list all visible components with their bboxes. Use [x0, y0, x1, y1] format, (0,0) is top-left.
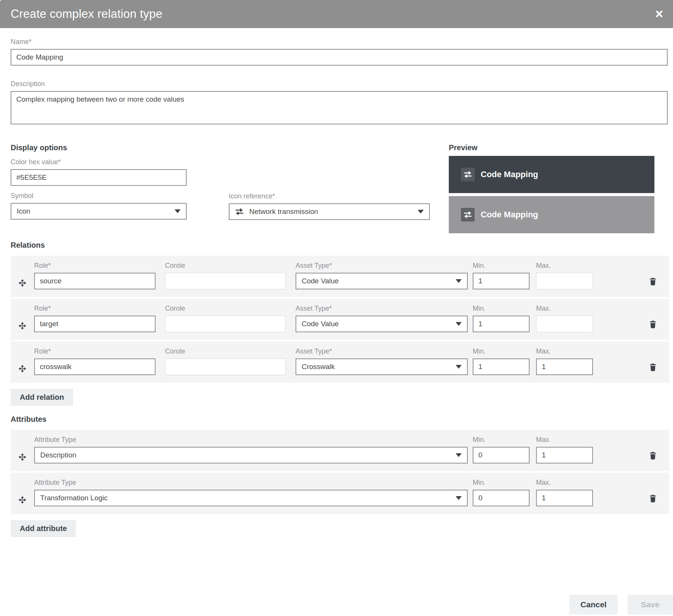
- display-options-heading: Display options: [11, 143, 449, 152]
- relation-row: Role* Corole Asset Type* Code Value Min.…: [11, 299, 669, 340]
- max-input[interactable]: [536, 490, 593, 506]
- trash-icon[interactable]: [649, 347, 657, 372]
- relations-heading: Relations: [11, 241, 668, 250]
- icon-reference-select-value: Network transmission: [249, 207, 318, 216]
- caret-down-icon: [175, 209, 181, 213]
- role-label: Role*: [34, 305, 156, 313]
- trash-icon[interactable]: [649, 305, 657, 329]
- min-input[interactable]: [473, 447, 530, 464]
- min-label: Min.: [473, 305, 530, 313]
- description-field-block: Description Complex mapping between two …: [11, 80, 668, 126]
- preview-label: Code Mapping: [481, 170, 538, 179]
- attribute-type-value: Transformation Logic: [40, 494, 108, 502]
- min-label: Min.: [473, 479, 530, 487]
- symbol-label: Symbol: [11, 192, 187, 200]
- cancel-button[interactable]: Cancel: [569, 595, 618, 614]
- attribute-type-select[interactable]: Transformation Logic: [34, 490, 468, 506]
- color-hex-input[interactable]: [11, 169, 187, 186]
- max-input[interactable]: [536, 316, 593, 332]
- move-icon[interactable]: [11, 347, 34, 373]
- swap-arrows-icon: [461, 208, 475, 222]
- min-input[interactable]: [473, 490, 530, 506]
- caret-down-icon: [456, 322, 462, 326]
- preview-label: Code Mapping: [481, 210, 538, 220]
- relation-row: Role* Corole Asset Type* Crosswalk Min. …: [11, 341, 669, 383]
- move-icon[interactable]: [11, 479, 34, 504]
- role-label: Role*: [34, 262, 156, 270]
- asset-type-value: Crosswalk: [302, 363, 335, 371]
- min-label: Min.: [473, 436, 530, 444]
- role-label: Role*: [34, 347, 156, 355]
- attribute-type-label: Attribute Type: [34, 479, 468, 487]
- min-input[interactable]: [473, 358, 530, 375]
- name-label: Name*: [11, 38, 668, 46]
- symbol-select-value: Icon: [17, 207, 30, 215]
- swap-arrows-icon: [461, 168, 475, 181]
- asset-type-select[interactable]: Code Value: [296, 316, 468, 332]
- symbol-select[interactable]: Icon: [11, 203, 187, 220]
- min-label: Min.: [473, 347, 530, 355]
- close-icon[interactable]: ×: [655, 7, 663, 21]
- preview-heading: Preview: [449, 143, 654, 152]
- trash-icon[interactable]: [649, 479, 657, 503]
- max-label: Max.: [536, 262, 593, 270]
- min-input[interactable]: [473, 273, 530, 289]
- asset-type-value: Code Value: [302, 320, 339, 328]
- asset-type-label: Asset Type*: [296, 347, 468, 355]
- asset-type-select[interactable]: Crosswalk: [296, 358, 468, 375]
- dialog-footer: Cancel Save: [569, 595, 673, 614]
- corole-label: Corole: [165, 305, 286, 313]
- attribute-row: Attribute Type Transformation Logic Min.…: [11, 473, 669, 514]
- max-label: Max.: [536, 347, 593, 355]
- corole-label: Corole: [165, 347, 286, 355]
- corole-input[interactable]: [165, 316, 286, 332]
- asset-type-value: Code Value: [302, 277, 339, 285]
- asset-type-label: Asset Type*: [296, 305, 468, 313]
- dialog-header: Create complex relation type ×: [0, 0, 673, 28]
- preview-item-dark: Code Mapping: [449, 156, 654, 193]
- trash-icon[interactable]: [649, 262, 657, 286]
- corole-label: Corole: [165, 262, 286, 270]
- move-icon[interactable]: [11, 305, 34, 330]
- max-label: Max.: [536, 436, 593, 444]
- description-label: Description: [11, 80, 668, 88]
- max-label: Max.: [536, 479, 593, 487]
- attribute-type-label: Attribute Type: [34, 436, 468, 444]
- move-icon[interactable]: [11, 262, 34, 288]
- relation-row: Role* Corole Asset Type* Code Value Min.…: [11, 256, 669, 297]
- role-input[interactable]: [34, 273, 156, 289]
- save-button[interactable]: Save: [627, 595, 673, 614]
- icon-reference-label: Icon reference*: [229, 192, 430, 200]
- trash-icon[interactable]: [649, 436, 657, 460]
- swap-arrows-icon: [235, 207, 244, 216]
- caret-down-icon: [456, 496, 462, 500]
- icon-reference-select[interactable]: Network transmission: [229, 203, 430, 220]
- name-input[interactable]: [11, 49, 668, 66]
- add-relation-button[interactable]: Add relation: [11, 389, 73, 406]
- asset-type-select[interactable]: Code Value: [296, 273, 468, 289]
- attribute-row: Attribute Type Description Min. Max.: [11, 430, 669, 471]
- corole-input[interactable]: [165, 273, 286, 289]
- min-input[interactable]: [473, 316, 530, 332]
- role-input[interactable]: [34, 316, 156, 332]
- caret-down-icon: [456, 365, 462, 369]
- max-input[interactable]: [536, 273, 593, 289]
- caret-down-icon: [456, 279, 462, 283]
- corole-input[interactable]: [165, 358, 286, 375]
- add-attribute-button[interactable]: Add attribute: [11, 520, 76, 537]
- max-label: Max.: [536, 305, 593, 313]
- min-label: Min.: [473, 262, 530, 270]
- caret-down-icon: [418, 210, 424, 214]
- asset-type-label: Asset Type*: [296, 262, 468, 270]
- attributes-heading: Attributes: [11, 415, 668, 424]
- dialog-title: Create complex relation type: [11, 7, 162, 21]
- max-input[interactable]: [536, 447, 593, 464]
- max-input[interactable]: [536, 358, 593, 375]
- name-field-block: Name*: [11, 38, 668, 66]
- role-input[interactable]: [34, 358, 156, 375]
- color-hex-label: Color hex value*: [11, 158, 187, 166]
- description-textarea[interactable]: Complex mapping between two or more code…: [11, 91, 668, 124]
- caret-down-icon: [456, 453, 462, 457]
- attribute-type-select[interactable]: Description: [34, 447, 468, 464]
- move-icon[interactable]: [11, 436, 34, 462]
